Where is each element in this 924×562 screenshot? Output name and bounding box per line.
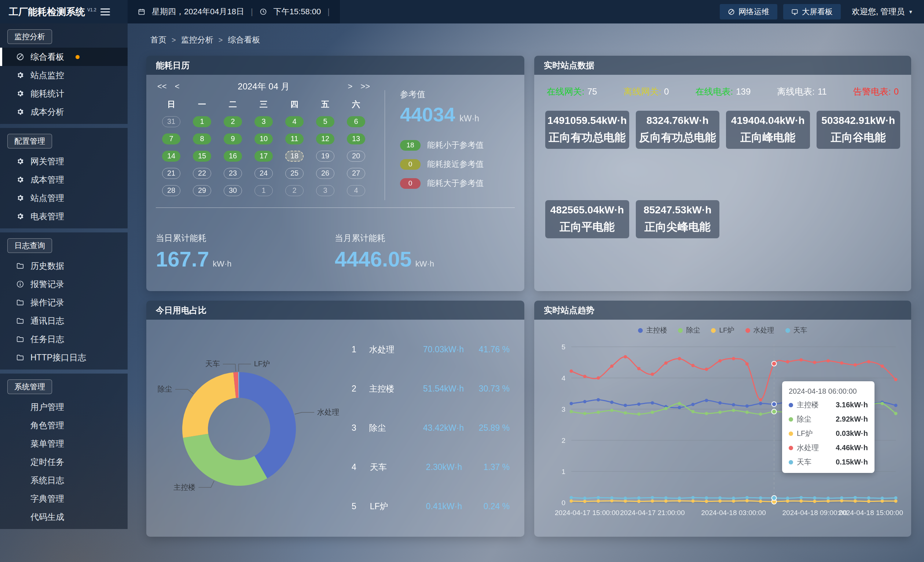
- legend-label: LF炉: [719, 325, 734, 335]
- calendar-day[interactable]: 21: [162, 168, 180, 179]
- calendar-legend-item: 0能耗接近参考值: [400, 159, 518, 170]
- sidebar-section-title[interactable]: 日志查询: [8, 238, 52, 253]
- sidebar-item[interactable]: 菜单管理: [0, 435, 128, 453]
- calendar-day[interactable]: 13: [347, 133, 365, 144]
- breadcrumb-item[interactable]: 监控分析: [181, 34, 213, 45]
- pie-chart-svg[interactable]: 水处理主控楼除尘天车LF炉: [150, 320, 348, 537]
- datetime-bar: 星期四，2024年04月18日 | 下午15:58:00 |: [128, 0, 340, 24]
- chart-legend-item[interactable]: 主控楼: [638, 325, 667, 335]
- calendar-day[interactable]: 26: [316, 168, 334, 179]
- sidebar-section: 配置管理网关管理成本管理站点管理电表管理: [0, 128, 128, 228]
- calendar-day[interactable]: 9: [224, 133, 242, 144]
- sidebar-item[interactable]: 通讯日志: [0, 312, 128, 330]
- next-month-button[interactable]: >: [346, 81, 354, 92]
- breadcrumb-item[interactable]: 首页: [150, 34, 166, 45]
- calendar-day[interactable]: 4: [347, 185, 365, 196]
- calendar-cell: 1: [248, 182, 279, 199]
- calendar-day[interactable]: 11: [285, 133, 304, 144]
- usage-row: 5LF炉0.41kW·h0.24 %: [352, 501, 510, 512]
- sidebar-item-label: 任务日志: [30, 334, 64, 345]
- calendar-day[interactable]: 3: [316, 185, 334, 196]
- pie-label-line: [239, 364, 251, 372]
- calendar-day[interactable]: 17: [255, 151, 273, 162]
- tooltip-row: 天车0.15kW·h: [789, 457, 868, 467]
- calendar-day[interactable]: 7: [162, 133, 180, 144]
- calendar-day[interactable]: 30: [224, 185, 242, 196]
- sidebar-item[interactable]: 能耗统计: [0, 84, 128, 103]
- calendar-day[interactable]: 27: [347, 168, 365, 179]
- calendar-day[interactable]: 5: [316, 116, 334, 127]
- bigscreen-button[interactable]: 大屏看板: [783, 4, 841, 19]
- sidebar-item[interactable]: 任务日志: [0, 330, 128, 348]
- chart-legend-item[interactable]: 除尘: [678, 325, 700, 335]
- panel-title: 实时站点数据: [534, 56, 911, 75]
- folder-icon: [15, 262, 25, 270]
- trend-point: [691, 499, 694, 503]
- calendar-day[interactable]: 14: [162, 151, 180, 162]
- sidebar-item[interactable]: 站点监控: [0, 66, 128, 84]
- sidebar-item[interactable]: 网关管理: [0, 152, 128, 171]
- prev-year-button[interactable]: <<: [156, 81, 168, 92]
- sidebar-section-title[interactable]: 系统管理: [8, 379, 52, 394]
- sidebar-item[interactable]: 代码生成: [0, 508, 128, 526]
- breadcrumb-item[interactable]: 综合看板: [228, 34, 260, 45]
- total-label: 当月累计能耗: [335, 232, 514, 244]
- usage-value: 51.54kW·h: [423, 384, 464, 394]
- network-ops-button[interactable]: 网络运维: [720, 4, 777, 19]
- sidebar-item[interactable]: HTTP接口日志: [0, 348, 128, 367]
- site-stat: 在线电表:139: [696, 86, 751, 97]
- sidebar-item[interactable]: 历史数据: [0, 256, 128, 275]
- calendar-day[interactable]: 16: [224, 151, 242, 162]
- chart-legend-item[interactable]: 天车: [785, 325, 807, 335]
- sidebar-item[interactable]: 用户管理: [0, 398, 128, 416]
- calendar-day[interactable]: 31: [162, 116, 180, 127]
- calendar-day[interactable]: 15: [193, 151, 211, 162]
- calendar-day[interactable]: 18: [285, 151, 304, 162]
- calendar-day[interactable]: 12: [316, 133, 334, 144]
- calendar-day[interactable]: 19: [316, 151, 334, 162]
- sidebar-item[interactable]: 成本管理: [0, 171, 128, 189]
- chart-legend-item[interactable]: 水处理: [746, 325, 774, 335]
- calendar-day[interactable]: 22: [193, 168, 211, 179]
- calendar-day[interactable]: 2: [285, 185, 304, 196]
- menu-toggle-icon[interactable]: [94, 0, 117, 24]
- calendar-day[interactable]: 28: [162, 185, 180, 196]
- chart-legend-item[interactable]: LF炉: [711, 325, 734, 335]
- calendar-day[interactable]: 2: [224, 116, 242, 127]
- calendar-day[interactable]: 8: [193, 133, 211, 144]
- sidebar-item[interactable]: 字典管理: [0, 489, 128, 508]
- calendar-day[interactable]: 6: [347, 116, 365, 127]
- calendar-day[interactable]: 1: [255, 185, 273, 196]
- energy-card: 419404.04kW·h正向峰电能: [726, 111, 810, 149]
- calendar-day[interactable]: 29: [193, 185, 211, 196]
- calendar-day[interactable]: 10: [255, 133, 273, 144]
- sidebar-item[interactable]: 操作记录: [0, 293, 128, 312]
- prev-month-button[interactable]: <: [173, 81, 181, 92]
- sidebar-item[interactable]: 站点管理: [0, 189, 128, 207]
- sidebar-section-title[interactable]: 配置管理: [8, 134, 52, 148]
- sidebar-item[interactable]: 定时任务: [0, 453, 128, 471]
- sidebar-section-title[interactable]: 监控分析: [8, 29, 52, 44]
- trend-point: [894, 378, 898, 381]
- calendar-day[interactable]: 24: [255, 168, 273, 179]
- sidebar-item[interactable]: 角色管理: [0, 416, 128, 435]
- calendar-day[interactable]: 3: [255, 116, 273, 127]
- tooltip-row: 除尘2.92kW·h: [789, 414, 868, 424]
- calendar-day[interactable]: 23: [224, 168, 242, 179]
- pie-slice[interactable]: [183, 434, 267, 486]
- sidebar-item[interactable]: 报警记录: [0, 275, 128, 293]
- calendar-day[interactable]: 4: [285, 116, 304, 127]
- user-menu[interactable]: 欢迎您, 管理员 ▼: [852, 6, 913, 17]
- pie-slice[interactable]: [182, 372, 236, 438]
- pie-label: 主控楼: [173, 483, 195, 491]
- trend-point: [826, 359, 830, 363]
- sidebar-item[interactable]: 成本分析: [0, 103, 128, 121]
- calendar-day[interactable]: 25: [285, 168, 304, 179]
- sidebar-item[interactable]: 系统日志: [0, 471, 128, 489]
- calendar-day[interactable]: 1: [193, 116, 211, 127]
- tooltip-series-value: 3.16kW·h: [836, 401, 868, 409]
- calendar-day[interactable]: 20: [347, 151, 365, 162]
- sidebar-item[interactable]: 电表管理: [0, 207, 128, 225]
- next-year-button[interactable]: >>: [359, 81, 371, 92]
- sidebar-item[interactable]: 综合看板: [0, 48, 128, 66]
